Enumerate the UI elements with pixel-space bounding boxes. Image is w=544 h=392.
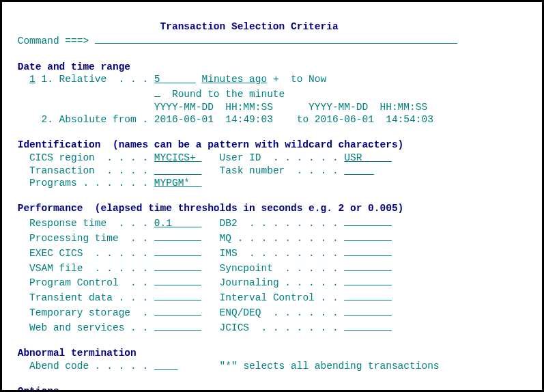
relative-plus: +	[273, 74, 279, 85]
proc-row: Processing time . . MQ . . . . . . . . .	[12, 233, 392, 244]
prog-input[interactable]: MYPGM*	[154, 178, 202, 188]
pgmc-row: Program Control . . Journaling . . . . .	[12, 277, 392, 288]
command-label: Command ===>	[18, 36, 89, 46]
title-row: Transaction Selection Criteria	[12, 21, 339, 32]
abend-row: Abend code . . . . . "*" selects all abe…	[12, 361, 440, 372]
round-checkbox[interactable]	[154, 86, 160, 97]
sync-input[interactable]	[344, 260, 392, 270]
tstg-row: Temporary storage . ENQ/DEQ . . . . . .	[12, 307, 392, 318]
to-date-header: YYYY-MM-DD HH:MM:SS	[309, 102, 427, 113]
exec-input[interactable]	[154, 245, 202, 256]
intv-label: Interval Control . .	[220, 292, 339, 303]
web-row: Web and services . . JCICS . . . . . . .	[12, 322, 392, 333]
user-label: User ID . . . . . .	[220, 152, 339, 163]
tran-label: Transaction . . . .	[29, 165, 148, 176]
panel-title: Transaction Selection Criteria	[160, 21, 339, 32]
ims-label: IMS . . . . . . . .	[220, 248, 339, 259]
vsam-row: VSAM file . . . . . Syncpoint . . . . .	[12, 263, 392, 274]
cics-input[interactable]: MYCICS+	[154, 152, 202, 163]
tstg-label: Temporary storage .	[29, 307, 148, 318]
proc-label: Processing time . .	[29, 233, 148, 244]
ims-input[interactable]	[344, 245, 392, 256]
date-header-row: YYYY-MM-DD HH:MM:SS YYYY-MM-DD HH:MM:SS	[12, 102, 427, 113]
tdat-input[interactable]	[154, 290, 202, 300]
proc-input[interactable]	[154, 230, 202, 241]
perf-heading: Performance (elapsed time thresholds in …	[18, 203, 404, 214]
absolute-row: 2. Absolute from . 2016-06-01 14:49:03 t…	[12, 114, 433, 125]
intv-input[interactable]	[344, 290, 392, 300]
prog-label: Programs . . . . . .	[29, 178, 148, 188]
sync-label: Syncpoint . . . . .	[220, 263, 339, 274]
relative-label: 1. Relative . . .	[42, 74, 149, 85]
abend-heading: Abnormal termination	[18, 348, 137, 359]
relative-row: 1 1. Relative . . . 5 Minutes ago + to N…	[12, 74, 326, 85]
from-date-header: YYYY-MM-DD HH:MM:SS	[154, 102, 273, 113]
tran-row: Transaction . . . . Task number . . . .	[12, 165, 374, 176]
to-label: to	[297, 114, 309, 125]
command-input[interactable]	[95, 33, 457, 44]
task-input[interactable]	[344, 165, 374, 176]
resp-input[interactable]: 0.1	[154, 218, 202, 229]
db2-label: DB2 . . . . . . . .	[220, 218, 339, 229]
exec-row: EXEC CICS . . . . . IMS . . . . . . . .	[12, 248, 392, 259]
date-heading: Date and time range	[18, 61, 130, 72]
prog-row: Programs . . . . . . MYPGM*	[12, 178, 201, 188]
from-date-input[interactable]: 2016-06-01	[154, 114, 214, 125]
date-choice-input[interactable]: 1	[29, 74, 35, 85]
options-heading: Options	[18, 386, 59, 392]
from-time-input[interactable]: 14:49:03	[225, 114, 273, 125]
command-row: Command ===>	[12, 36, 457, 46]
enq-input[interactable]	[344, 305, 392, 316]
relative-unit-input[interactable]: Minutes ago	[201, 74, 267, 85]
web-label: Web and services . .	[29, 322, 148, 333]
mq-input[interactable]	[344, 230, 392, 241]
exec-label: EXEC CICS . . . . .	[29, 248, 148, 259]
ispf-panel: Transaction Selection Criteria Command =…	[0, 0, 544, 392]
relative-tonow: to Now	[291, 74, 326, 85]
jcics-input[interactable]	[344, 320, 392, 331]
vsam-input[interactable]	[154, 260, 202, 270]
mq-label: MQ . . . . . . . . .	[220, 233, 339, 244]
vsam-label: VSAM file . . . . .	[29, 263, 148, 274]
cics-label: CICS region . . . .	[29, 152, 148, 163]
jrnl-label: Journaling . . . . .	[220, 277, 339, 288]
round-row: Round to the minute	[12, 89, 285, 100]
pgmc-label: Program Control . .	[29, 277, 148, 288]
web-input[interactable]	[154, 320, 202, 331]
user-input[interactable]: USR	[344, 152, 392, 163]
tran-input[interactable]	[154, 165, 202, 176]
abend-label: Abend code . . . . .	[29, 361, 148, 372]
db2-input[interactable]	[344, 215, 392, 226]
jrnl-input[interactable]	[344, 275, 392, 285]
enq-label: ENQ/DEQ . . . . . .	[220, 307, 339, 318]
resp-label: Response time . . .	[29, 218, 148, 229]
abend-input[interactable]	[154, 361, 178, 372]
resp-row: Response time . . . 0.1 DB2 . . . . . . …	[12, 218, 392, 229]
round-label: Round to the minute	[172, 89, 285, 100]
tdat-label: Transient data . . .	[29, 292, 148, 303]
ident-heading: Identification (names can be a pattern w…	[18, 139, 404, 150]
pgmc-input[interactable]	[154, 275, 202, 285]
to-date-input[interactable]: 2016-06-01	[315, 114, 374, 125]
tdat-row: Transient data . . . Interval Control . …	[12, 292, 392, 303]
to-time-input[interactable]: 14:54:03	[386, 114, 433, 125]
task-label: Task number . . . .	[220, 165, 339, 176]
jcics-label: JCICS . . . . . . .	[220, 322, 339, 333]
abend-hint: "*" selects all abending transactions	[220, 361, 440, 372]
cics-row: CICS region . . . . MYCICS+ User ID . . …	[12, 152, 392, 163]
absolute-label: 2. Absolute from .	[42, 114, 149, 125]
relative-amount-input[interactable]: 5	[154, 74, 196, 85]
tstg-input[interactable]	[154, 305, 202, 316]
